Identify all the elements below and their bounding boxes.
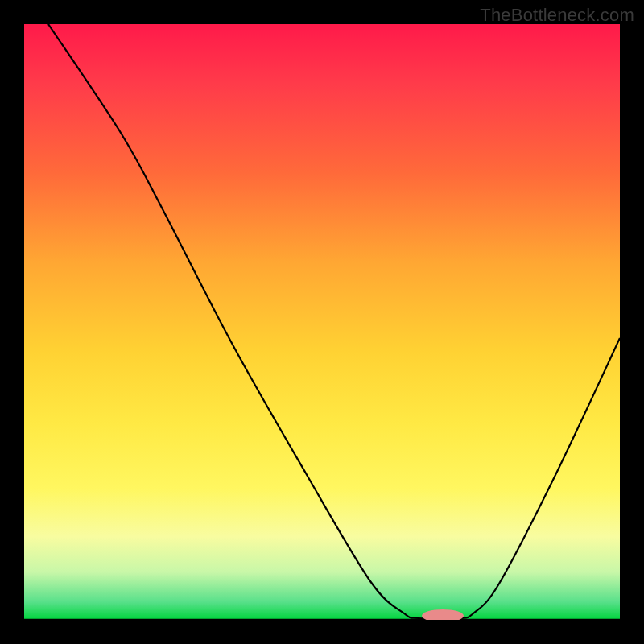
bottleneck-curve bbox=[48, 24, 620, 619]
chart-svg bbox=[24, 24, 620, 620]
plot-area bbox=[24, 24, 620, 620]
chart-frame: TheBottleneck.com bbox=[0, 0, 644, 644]
optimal-marker bbox=[422, 609, 464, 620]
watermark: TheBottleneck.com bbox=[480, 5, 634, 26]
